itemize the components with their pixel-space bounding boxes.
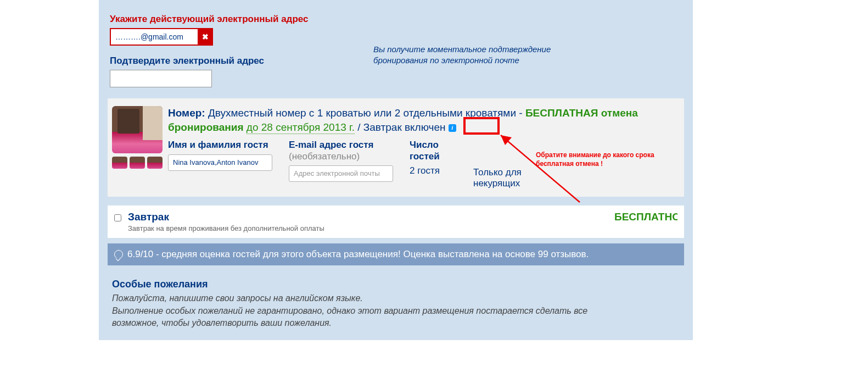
annotation-text: Обратите внимание до какого срока беспла… xyxy=(536,151,668,168)
email-section: Укажите действующий электронный адрес ✖ … xyxy=(104,0,687,93)
room-thumb[interactable] xyxy=(130,157,145,169)
rating-text: 6.9/10 - средняя оценка гостей для этого… xyxy=(127,249,589,260)
nosmoking-column: Только для некурящих xyxy=(473,164,534,189)
email-confirm-field[interactable] xyxy=(110,70,212,87)
guest-count-label: Число гостей xyxy=(410,140,453,162)
breakfast-included-text: / Завтрак включен xyxy=(355,121,449,133)
room-card: Обратите внимание до какого срока беспла… xyxy=(108,98,684,197)
close-icon: ✖ xyxy=(202,32,209,41)
speech-bubble-icon xyxy=(114,250,123,259)
breakfast-free-badge: БЕСПЛАТНО xyxy=(614,211,677,223)
email-clear-button[interactable]: ✖ xyxy=(198,28,213,46)
room-info: Номер: Двухместный номер с 1 кроватью ил… xyxy=(168,106,680,189)
room-label: Номер: xyxy=(168,107,205,119)
guest-count-column: Число гостей 2 гостя xyxy=(410,140,453,189)
info-icon[interactable]: i xyxy=(449,124,456,132)
nosmoking-text: Только для некурящих xyxy=(473,167,534,189)
email-input-group: ✖ xyxy=(110,28,682,46)
guest-email-column: E-mail адрес гостя (необязательно) xyxy=(289,140,396,189)
rating-bar: 6.9/10 - средняя оценка гостей для этого… xyxy=(108,243,684,265)
confirmation-note: Вы получите моментальное подтверждение б… xyxy=(373,44,555,66)
special-wishes-section: Особые пожелания Пожалуйста, напишите св… xyxy=(112,279,680,329)
wishes-heading: Особые пожелания xyxy=(112,279,680,290)
breakfast-row: Завтрак Завтрак на время проживания без … xyxy=(108,206,684,238)
wishes-description: Пожалуйста, напишите свои запросы на анг… xyxy=(112,292,634,329)
room-title-line: Номер: Двухместный номер с 1 кроватью ил… xyxy=(168,106,680,134)
guest-name-label: Имя и фамилия гостя xyxy=(168,140,276,151)
room-thumbnails xyxy=(112,157,163,169)
email-error-label: Укажите действующий электронный адрес xyxy=(110,14,682,25)
guest-name-column: Имя и фамилия гостя xyxy=(168,140,276,189)
breakfast-checkbox[interactable] xyxy=(114,214,121,221)
email-field[interactable] xyxy=(110,28,198,46)
guest-name-field[interactable] xyxy=(168,154,272,171)
room-photo[interactable] xyxy=(112,106,163,153)
booking-form-panel: Укажите действующий электронный адрес ✖ … xyxy=(99,0,693,340)
room-thumb[interactable] xyxy=(112,157,127,169)
room-photo-column xyxy=(112,106,163,189)
breakfast-desc: Завтрак на время проживания без дополнит… xyxy=(128,224,324,232)
room-thumb[interactable] xyxy=(147,157,163,169)
room-name-text: Двухместный номер с 1 кроватью или 2 отд… xyxy=(205,107,525,119)
guest-email-field[interactable] xyxy=(289,165,393,182)
breakfast-text-block: Завтрак Завтрак на время проживания без … xyxy=(128,211,324,232)
guest-count-value: 2 гостя xyxy=(410,165,453,176)
cancel-deadline-link[interactable]: до 28 сентября 2013 г. xyxy=(247,121,355,134)
guest-email-label: E-mail адрес гостя xyxy=(289,140,396,151)
breakfast-title: Завтрак xyxy=(128,211,324,223)
guest-email-optional: (необязательно) xyxy=(289,151,396,162)
